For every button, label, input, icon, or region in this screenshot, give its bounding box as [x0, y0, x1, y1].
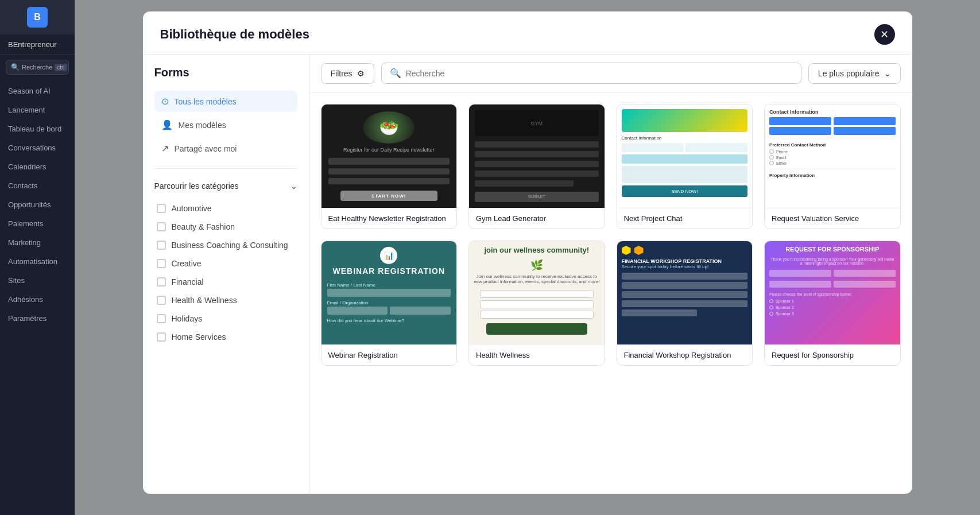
- modal-body: Forms ⊙ Tous les modèles 👤 Mes modèles ↗…: [143, 55, 912, 494]
- menu-item-all-models[interactable]: ⊙ Tous les modèles: [154, 91, 297, 112]
- template-card-gym[interactable]: GYM SUBMIT Gym Lead Generator: [468, 104, 605, 229]
- category-holidays[interactable]: Holidays: [154, 310, 297, 327]
- val-field-email: [769, 127, 831, 135]
- well-join-btn: [486, 323, 587, 335]
- sidebar-item-sites[interactable]: Sites: [0, 271, 75, 290]
- template-preview-next-project: Contact Information: [617, 104, 753, 208]
- fin-field-3: [622, 291, 748, 298]
- template-name-wellness: Health Wellness: [469, 344, 605, 365]
- web-label-1: First Name / Last Name: [327, 282, 451, 288]
- brand-name: BEntrepreneur: [0, 34, 75, 55]
- search-box[interactable]: 🔍: [381, 63, 801, 84]
- category-home-services[interactable]: Home Services: [154, 328, 297, 346]
- template-name-webinar: Webinar Registration: [321, 344, 457, 365]
- category-automotive[interactable]: Automotive: [154, 200, 297, 217]
- template-preview-gym: GYM SUBMIT: [469, 104, 605, 208]
- sidebar-search[interactable]: 🔍 Recherche ctrl: [6, 60, 69, 75]
- sidebar-item-parametres[interactable]: Paramètres: [0, 309, 75, 328]
- template-card-webinar[interactable]: 📊 WEBINAR REGISTRATION First Name / Last…: [321, 241, 458, 366]
- preview-cta-button: START NOW!: [340, 191, 437, 201]
- sidebar-item-adhesions[interactable]: Adhésions: [0, 290, 75, 309]
- menu-item-shared[interactable]: ↗ Partagé avec moi: [154, 138, 297, 159]
- sidebar-item-paiements[interactable]: Paiements: [0, 214, 75, 233]
- checkbox-holidays[interactable]: [157, 314, 166, 323]
- right-panel: Filtres ⚙ 🔍 Le plus populaire ⌄: [309, 55, 912, 494]
- preview-field-3: [328, 178, 450, 184]
- template-card-financial[interactable]: FINANCIAL WORKSHOP REGISTRATION Secure y…: [617, 241, 753, 366]
- checkbox-automotive[interactable]: [157, 204, 166, 213]
- category-list: Automotive Beauty & Fashion Business Coa…: [154, 200, 297, 346]
- spon-field-org: [834, 270, 896, 277]
- template-card-sponsorship[interactable]: REQUEST FOR SPONSORSHIP Thank you for co…: [764, 241, 901, 366]
- checkbox-financial[interactable]: [157, 277, 166, 286]
- template-preview-financial: FINANCIAL WORKSHOP REGISTRATION Secure y…: [617, 241, 753, 344]
- preview-field-2: [328, 168, 450, 175]
- spon-row-1: [769, 269, 896, 278]
- template-card-valuation[interactable]: Contact Information Pre: [764, 104, 901, 229]
- val-radio-either: Either: [769, 161, 896, 165]
- divider: [154, 168, 297, 169]
- web-field-name: [327, 289, 451, 297]
- menu-item-my-models[interactable]: 👤 Mes modèles: [154, 114, 297, 135]
- category-beauty-fashion[interactable]: Beauty & Fashion: [154, 218, 297, 235]
- filter-label: Filtres: [331, 69, 353, 78]
- sort-select[interactable]: Le plus populaire ⌄: [808, 63, 901, 84]
- modal-header: Bibliothèque de modèles ✕: [143, 11, 912, 55]
- wellness-title: join our wellness community!: [484, 246, 589, 255]
- sidebar-item-season-of-ai[interactable]: Season of AI: [0, 82, 75, 100]
- template-library-modal: Bibliothèque de modèles ✕ Forms ⊙ Tous l…: [143, 11, 912, 494]
- template-card-next-project[interactable]: Contact Information: [617, 104, 753, 229]
- my-models-icon: 👤: [161, 119, 173, 130]
- category-creative[interactable]: Creative: [154, 255, 297, 272]
- filter-button[interactable]: Filtres ⚙: [321, 63, 374, 84]
- sidebar-item-conversations[interactable]: Conversations: [0, 138, 75, 157]
- checkbox-creative[interactable]: [157, 259, 166, 268]
- well-field-phone: [480, 300, 594, 308]
- chevron-down-icon: ⌄: [290, 181, 297, 191]
- gym-field-5: [475, 180, 574, 187]
- modal-title: Bibliothèque de modèles: [160, 27, 309, 42]
- sidebar-item-calendriers[interactable]: Calendriers: [0, 157, 75, 176]
- template-preview-valuation: Contact Information Pre: [765, 104, 900, 208]
- web-label-hear: How did you hear about our Webinar?: [327, 318, 451, 323]
- preview-text: Register for our Daily Recipe newsletter: [343, 147, 435, 153]
- val-radio-dot-email: [769, 155, 774, 160]
- checkbox-health-wellness[interactable]: [157, 296, 166, 305]
- well-field-city: [480, 311, 594, 319]
- sidebar-item-automatisation[interactable]: Automatisation: [0, 252, 75, 271]
- sidebar-item-contacts[interactable]: Contacts: [0, 176, 75, 195]
- val-divider: [769, 138, 896, 139]
- gym-header: GYM: [475, 110, 599, 136]
- web-field-org: [390, 307, 451, 315]
- spon-sub: Thank you for considering being a sponso…: [769, 257, 896, 265]
- sidebar-item-lancement[interactable]: Lancement: [0, 100, 75, 119]
- spon-dot-1: [769, 299, 773, 303]
- category-financial[interactable]: Financial: [154, 273, 297, 291]
- fin-badge: [622, 246, 748, 255]
- search-icon: 🔍: [11, 63, 20, 71]
- well-field-email: [480, 290, 594, 298]
- checkbox-home-services[interactable]: [157, 332, 166, 342]
- checkbox-beauty-fashion[interactable]: [157, 222, 166, 231]
- template-card-eat-healthy[interactable]: 🥗 Register for our Daily Recipe newslett…: [321, 104, 458, 229]
- app-logo: B: [27, 7, 48, 28]
- close-button[interactable]: ✕: [874, 24, 895, 45]
- checkbox-business-coaching[interactable]: [157, 241, 166, 250]
- val-row-1: [769, 117, 896, 125]
- search-input[interactable]: [406, 69, 793, 78]
- sidebar-item-opportunites[interactable]: Opportunités: [0, 195, 75, 214]
- template-card-wellness[interactable]: join our wellness community! 🌿 Join our …: [468, 241, 605, 366]
- sidebar-item-marketing[interactable]: Marketing: [0, 233, 75, 252]
- category-business-coaching[interactable]: Business Coaching & Consulting: [154, 237, 297, 254]
- fin-field-1: [622, 273, 748, 280]
- spon-field-phone: [834, 281, 896, 288]
- section-title: Forms: [154, 66, 297, 79]
- toolbar: Filtres ⚙ 🔍 Le plus populaire ⌄: [309, 55, 912, 92]
- template-name-financial: Financial Workshop Registration: [617, 344, 753, 365]
- sidebar-item-tableau[interactable]: Tableau de bord: [0, 119, 75, 138]
- fin-title: FINANCIAL WORKSHOP REGISTRATION: [622, 258, 748, 264]
- category-health-wellness[interactable]: Health & Wellness: [154, 292, 297, 309]
- left-panel: Forms ⊙ Tous les modèles 👤 Mes modèles ↗…: [143, 55, 309, 494]
- category-header[interactable]: Parcourir les catégories ⌄: [154, 178, 297, 194]
- spon-radio-2: Sponsor 2: [769, 305, 896, 309]
